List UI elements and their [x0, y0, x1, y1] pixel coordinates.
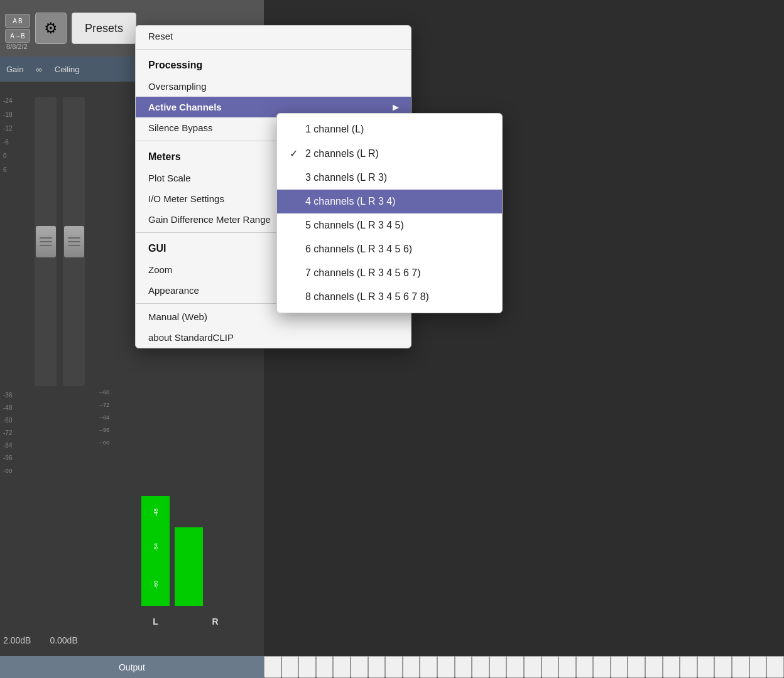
bscale-36: -36: [3, 389, 12, 402]
ab-buttons: A B A→B: [5, 14, 30, 43]
meter-number-60: -60: [153, 581, 159, 589]
right-scale-labels: --60 --72 --84 --96 --oo: [99, 386, 109, 449]
menu-header-processing: Processing: [136, 52, 411, 76]
processing-label: Processing: [148, 60, 202, 71]
submenu-arrow-channels: ▶: [393, 103, 398, 112]
gain-slider-thumb[interactable]: [36, 226, 56, 257]
check-5: [290, 220, 299, 231]
piano-white-key: [749, 656, 767, 678]
menu-item-reset[interactable]: Reset: [136, 26, 411, 46]
scale-24: -24: [3, 94, 12, 108]
bottom-scale-labels: -36 -48 -60 -72 -84 -96 -oo: [3, 389, 12, 477]
channel-7-label: 7 channels (L R 3 4 5 6 7): [305, 267, 421, 279]
channel-option-1[interactable]: 1 channel (L): [277, 117, 502, 141]
piano-keyboard: [264, 656, 784, 678]
check-6: [290, 244, 299, 255]
piano-white-key: [663, 656, 680, 678]
ceiling-slider-track: [63, 97, 85, 386]
link-icon: ∞: [36, 65, 41, 74]
piano-white-key: [593, 656, 611, 678]
meters-label: Meters: [148, 151, 181, 163]
grip-line-6: [68, 245, 80, 246]
presets-button[interactable]: Presets: [72, 13, 136, 44]
bscale-84: -84: [3, 439, 12, 452]
ab-button-2[interactable]: A→B: [5, 29, 30, 43]
gui-label: GUI: [148, 243, 166, 254]
grip-line-3: [40, 245, 52, 246]
piano-white-key: [576, 656, 594, 678]
channel-4-label: 4 channels (L R 3 4): [305, 196, 395, 207]
piano-white-key: [264, 656, 281, 678]
piano-white-key: [368, 656, 386, 678]
piano-white-key: [385, 656, 403, 678]
piano-white-key: [558, 656, 576, 678]
check-7: [290, 267, 299, 279]
channel-option-2[interactable]: ✓ 2 channels (L R): [277, 141, 502, 166]
zoom-label: Zoom: [148, 264, 172, 275]
scale-0: 0: [3, 149, 12, 163]
piano-white-key: [524, 656, 542, 678]
piano-white-key: [281, 656, 299, 678]
meter-number-48: -48: [153, 508, 159, 517]
piano-white-key: [506, 656, 524, 678]
piano-white-key: [732, 656, 749, 678]
gear-button[interactable]: ⚙: [35, 13, 67, 44]
piano-white-key: [420, 656, 437, 678]
channel-6-label: 6 channels (L R 3 4 5 6): [305, 244, 412, 255]
manual-label: Manual (Web): [148, 311, 207, 322]
oversampling-label: Oversampling: [148, 81, 207, 92]
piano-white-key: [714, 656, 732, 678]
check-2: ✓: [290, 148, 299, 159]
piano-white-key: [316, 656, 334, 678]
channel-option-8[interactable]: 8 channels (L R 3 4 5 6 7 8): [277, 285, 502, 309]
piano-white-key: [542, 656, 559, 678]
scale-12: -12: [3, 122, 12, 136]
piano-white-key: [680, 656, 697, 678]
menu-item-oversampling[interactable]: Oversampling: [136, 76, 411, 97]
scale-6: -6: [3, 136, 12, 149]
piano-white-key: [403, 656, 420, 678]
rscale-60: --60: [99, 386, 109, 399]
ceiling-db-value: 0.00dB: [50, 635, 77, 645]
about-label: about StandardCLIP: [148, 332, 234, 343]
channel-2-label: 2 channels (L R): [305, 148, 379, 159]
db-values: 2.00dB 0.00dB: [3, 635, 78, 645]
rscale-oo: --oo: [99, 436, 109, 449]
piano-keys-container: [264, 656, 784, 678]
check-3: [290, 172, 299, 183]
meter-number-54: -54: [153, 543, 159, 551]
gear-icon: ⚙: [44, 19, 58, 37]
piano-white-key: [628, 656, 645, 678]
piano-white-key: [472, 656, 489, 678]
channel-option-4[interactable]: 4 channels (L R 3 4): [277, 190, 502, 213]
channel-option-7[interactable]: 7 channels (L R 3 4 5 6 7): [277, 261, 502, 285]
gain-slider-container: [35, 97, 57, 386]
bscale-72: -72: [3, 427, 12, 439]
channel-option-5[interactable]: 5 channels (L R 3 4 5): [277, 213, 502, 237]
bscale-oo: -oo: [3, 465, 12, 477]
meter-r-label: R: [201, 616, 229, 627]
slider-grip: [40, 237, 52, 246]
timestamp: 8/8/2/2: [6, 43, 28, 50]
reset-label: Reset: [148, 31, 173, 41]
menu-divider-1: [136, 49, 411, 50]
menu-item-about[interactable]: about StandardCLIP: [136, 327, 411, 348]
channel-option-6[interactable]: 6 channels (L R 3 4 5 6): [277, 237, 502, 261]
piano-white-key: [697, 656, 715, 678]
grip-line-2: [40, 241, 52, 242]
grip-line-5: [68, 241, 80, 242]
silence-bypass-label: Silence Bypass: [148, 122, 213, 133]
piano-white-key: [437, 656, 455, 678]
ceiling-slider-thumb[interactable]: [64, 226, 84, 257]
plot-scale-label: Plot Scale: [148, 173, 191, 183]
appearance-label: Appearance: [148, 285, 199, 296]
scale-labels-left: -24 -18 -12 -6 0 6: [3, 94, 12, 177]
gain-label: Gain: [6, 65, 23, 74]
gain-slider-track: [35, 97, 57, 386]
channel-option-3[interactable]: 3 channels (L R 3): [277, 166, 502, 190]
ab-button-1[interactable]: A B: [5, 14, 30, 28]
channel-8-label: 8 channels (L R 3 4 5 6 7 8): [305, 291, 429, 303]
channel-1-label: 1 channel (L): [305, 124, 364, 135]
active-channels-label: Active Channels: [148, 102, 222, 112]
rscale-84: --84: [99, 411, 109, 424]
